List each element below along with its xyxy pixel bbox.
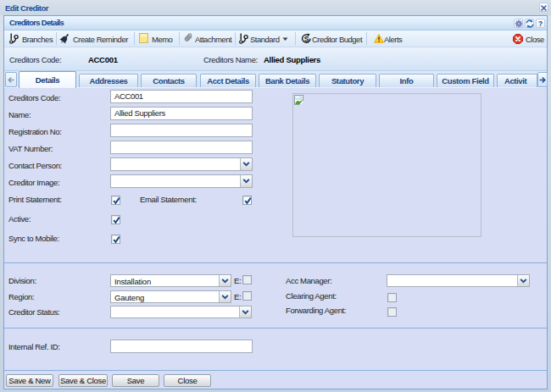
svg-text:S: S: [304, 35, 309, 43]
